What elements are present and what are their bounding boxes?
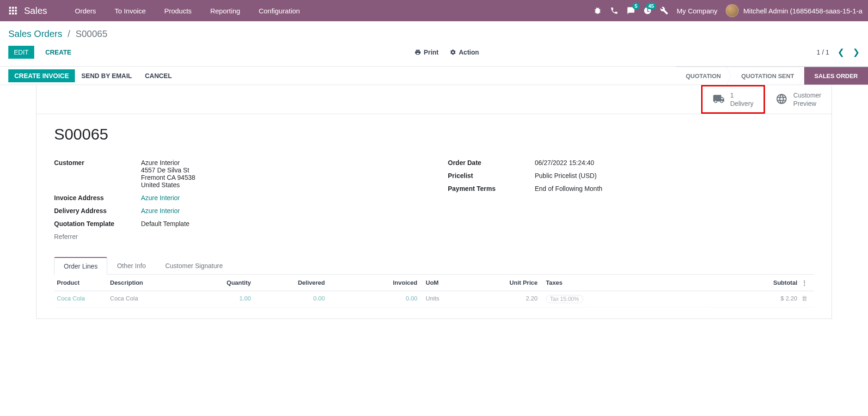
pager-next[interactable]: ❯ — [853, 47, 860, 57]
quotation-template-value: Default Template — [141, 220, 420, 227]
pager-prev[interactable]: ❮ — [837, 47, 844, 57]
preview-line2: Preview — [793, 99, 821, 108]
user-menu[interactable]: Mitchell Admin (16856458-saas-15-1-a — [726, 4, 862, 17]
customer-addr3: United States — [141, 181, 420, 189]
edit-button[interactable]: EDIT — [8, 46, 34, 59]
activities-icon[interactable]: 45 — [643, 6, 652, 15]
cell-taxes: Tax 15.00% — [538, 295, 630, 303]
nav-link-reporting[interactable]: Reporting — [201, 7, 250, 15]
company-selector[interactable]: My Company — [677, 7, 717, 15]
svg-rect-0 — [9, 7, 11, 9]
th-uom: UoM — [417, 279, 473, 286]
cell-description: Coca Cola — [110, 295, 191, 303]
pricelist-value: Public Pricelist (USD) — [535, 172, 814, 179]
svg-rect-6 — [9, 12, 11, 14]
label-referrer: Referrer — [54, 233, 141, 240]
customer-addr1: 4557 De Silva St — [141, 166, 420, 174]
tab-other-info[interactable]: Other Info — [107, 257, 155, 275]
order-date-value: 06/27/2022 15:24:40 — [535, 159, 814, 166]
apps-icon[interactable] — [7, 5, 18, 16]
customer-link[interactable]: Azure Interior — [141, 159, 180, 166]
breadcrumb-current: S00065 — [75, 29, 107, 39]
nav-link-configuration[interactable]: Configuration — [250, 7, 309, 15]
debug-icon[interactable] — [593, 6, 602, 15]
pager: 1 / 1 ❮ ❯ — [817, 47, 860, 57]
control-bar: EDIT CREATE Print Action 1 / 1 ❮ ❯ — [0, 39, 868, 67]
cell-unit-price: 2.20 — [473, 295, 538, 303]
invoice-address-link[interactable]: Azure Interior — [141, 194, 420, 202]
action-button[interactable]: Action — [450, 49, 479, 56]
stage-quotation-sent[interactable]: QUOTATION SENT — [731, 67, 804, 85]
cell-quantity[interactable]: 1.00 — [191, 295, 251, 303]
pager-text: 1 / 1 — [817, 49, 829, 56]
svg-rect-3 — [9, 10, 11, 12]
form-sheet: 1 Delivery Customer Preview S00065 C — [36, 85, 832, 319]
breadcrumb-sep: / — [67, 29, 70, 39]
cell-invoiced[interactable]: 0.00 — [325, 295, 417, 303]
label-payment-terms: Payment Terms — [448, 185, 535, 192]
preview-line1: Customer — [793, 91, 821, 99]
nav-link-products[interactable]: Products — [155, 7, 201, 15]
action-label: Action — [459, 49, 479, 56]
tab-order-lines[interactable]: Order Lines — [54, 257, 107, 275]
th-kebab-icon[interactable]: ⋮ — [797, 279, 811, 286]
tab-customer-signature[interactable]: Customer Signature — [155, 257, 232, 275]
nav-links: Orders To Invoice Products Reporting Con… — [66, 7, 309, 15]
nav-link-orders[interactable]: Orders — [66, 7, 105, 15]
svg-rect-5 — [15, 10, 17, 12]
th-delivered: Delivered — [251, 279, 325, 286]
delivery-address-link[interactable]: Azure Interior — [141, 207, 420, 214]
messages-badge: 5 — [632, 3, 640, 9]
payment-terms-value: End of Following Month — [535, 185, 814, 192]
cancel-button[interactable]: CANCEL — [138, 70, 178, 82]
th-description: Description — [110, 279, 191, 286]
cell-product[interactable]: Coca Cola — [57, 295, 110, 303]
label-pricelist: Pricelist — [448, 172, 535, 179]
tools-icon[interactable] — [660, 6, 668, 15]
label-invoice-address: Invoice Address — [54, 194, 141, 202]
stage-sales-order[interactable]: SALES ORDER — [804, 67, 868, 85]
svg-rect-2 — [15, 7, 17, 9]
label-order-date: Order Date — [448, 159, 535, 166]
nav-link-to-invoice[interactable]: To Invoice — [105, 7, 155, 15]
table-row[interactable]: Coca Cola Coca Cola 1.00 0.00 0.00 Units… — [54, 291, 814, 307]
gear-icon — [450, 49, 456, 55]
cell-subtotal: $ 2.20 — [630, 295, 797, 303]
svg-rect-7 — [12, 12, 14, 14]
create-button[interactable]: CREATE — [40, 46, 77, 59]
th-product: Product — [57, 279, 110, 286]
cell-uom: Units — [417, 295, 473, 303]
create-invoice-button[interactable]: CREATE INVOICE — [8, 69, 75, 82]
send-email-button[interactable]: SEND BY EMAIL — [75, 70, 138, 82]
svg-rect-1 — [12, 7, 14, 9]
cell-delivered[interactable]: 0.00 — [251, 295, 325, 303]
record-title: S00065 — [54, 125, 814, 143]
th-invoiced: Invoiced — [325, 279, 417, 286]
breadcrumb-parent[interactable]: Sales Orders — [8, 29, 62, 39]
stage-quotation[interactable]: QUOTATION — [676, 67, 731, 85]
status-stages: QUOTATION QUOTATION SENT SALES ORDER — [676, 67, 868, 85]
th-quantity: Quantity — [191, 279, 251, 286]
delivery-stat-button[interactable]: 1 Delivery — [701, 85, 765, 114]
svg-rect-8 — [15, 12, 17, 14]
table-header: Product Description Quantity Delivered I… — [54, 275, 814, 291]
breadcrumb: Sales Orders / S00065 — [8, 29, 860, 39]
activities-badge: 45 — [646, 3, 656, 9]
breadcrumb-bar: Sales Orders / S00065 — [0, 21, 868, 39]
tabs: Order Lines Other Info Customer Signatur… — [54, 257, 814, 275]
customer-preview-button[interactable]: Customer Preview — [765, 85, 831, 114]
phone-icon[interactable] — [610, 6, 618, 15]
print-label: Print — [424, 49, 439, 56]
delete-row-icon[interactable]: 🗑 — [797, 295, 811, 303]
print-icon — [415, 49, 421, 55]
app-brand[interactable]: Sales — [24, 6, 47, 16]
print-button[interactable]: Print — [415, 49, 439, 56]
th-taxes: Taxes — [538, 279, 630, 286]
top-nav: Sales Orders To Invoice Products Reporti… — [0, 0, 868, 21]
username: Mitchell Admin (16856458-saas-15-1-a — [743, 7, 862, 15]
label-customer: Customer — [54, 159, 141, 166]
stat-buttons: 1 Delivery Customer Preview — [37, 85, 831, 114]
th-unit-price: Unit Price — [473, 279, 538, 286]
messages-icon[interactable]: 5 — [627, 6, 635, 15]
status-bar: CREATE INVOICE SEND BY EMAIL CANCEL QUOT… — [0, 67, 868, 85]
